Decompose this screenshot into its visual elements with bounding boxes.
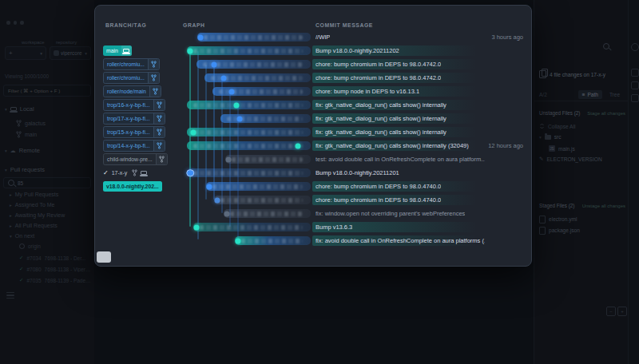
graph-cell <box>175 152 312 166</box>
graph-bar <box>220 114 311 123</box>
graph-cell <box>175 125 312 139</box>
graph-cell <box>175 166 312 180</box>
commit-message[interactable]: chore: bump chromium in DEPS to 98.0.474… <box>316 196 441 204</box>
graph-bar <box>224 209 311 218</box>
commit-row[interactable]: fix: avoid double call in OnRefreshCompl… <box>95 234 531 247</box>
commit-dot[interactable] <box>207 184 212 189</box>
commit-dot[interactable] <box>234 102 240 108</box>
commit-message[interactable]: //WIP <box>316 34 330 41</box>
commit-message[interactable]: Bump v18.0.0-nightly.20211202 <box>316 47 399 54</box>
graph-bar <box>187 46 311 55</box>
graph-bar <box>235 236 311 245</box>
commit-message[interactable]: test: avoid double call in OnRefreshComp… <box>316 156 485 163</box>
graph-cell <box>175 30 312 44</box>
graph-bar <box>187 141 311 150</box>
branch-icon <box>132 169 137 176</box>
graph-bar <box>187 101 311 109</box>
branch-pill[interactable]: trop/14-x-y-bp-fi... <box>103 140 165 152</box>
commit-row[interactable]: chore: bump chromium in DEPS to 98.0.474… <box>95 193 531 207</box>
commit-message[interactable]: fix: gtk_native_dialog_run() calls show(… <box>316 142 469 149</box>
commit-time: 12 hours ago <box>488 142 523 149</box>
laptop-icon <box>123 49 129 53</box>
graph-bar <box>206 182 311 191</box>
graph-bar <box>187 168 311 177</box>
commit-message[interactable]: Bump v18.0.0-nightly.20211201 <box>316 169 399 176</box>
branch-pill[interactable]: roller/chromiu... <box>103 58 160 70</box>
commit-message[interactable]: chore: bump chromium in DEPS to 98.0.474… <box>316 61 441 68</box>
commit-message[interactable]: chore: bump chromium in DEPS to 98.0.474… <box>316 74 441 81</box>
commit-row[interactable]: ✓ 17-x-y Bump v18.0.0-nightly.20211201 <box>95 166 531 180</box>
commit-rows: //WIP 3 hours ago main Bump v18.0.0-nigh… <box>95 30 531 247</box>
branch-icon <box>159 156 165 163</box>
tag-pill[interactable]: v18.0.0-nightly.202... <box>103 181 162 192</box>
commit-dot[interactable] <box>194 224 200 230</box>
column-graph: GRAPH <box>183 22 205 28</box>
user-avatar-card <box>97 251 111 263</box>
check-icon: ✓ <box>103 169 109 176</box>
branch-pill[interactable]: trop/15-x-y-bp-fi... <box>103 126 165 138</box>
laptop-icon <box>141 171 147 176</box>
commit-message[interactable]: fix: gtk_native_dialog_run() calls show(… <box>316 115 447 122</box>
checked-out-branch[interactable]: 17-x-y <box>112 170 127 176</box>
column-branch-tag: BRANCH/TAG <box>105 22 146 28</box>
commit-row[interactable]: child-window-pre... test: avoid double c… <box>95 152 531 166</box>
commit-dot[interactable] <box>212 61 217 67</box>
commit-dot[interactable] <box>188 48 193 53</box>
graph-cell <box>175 98 312 112</box>
branch-pill[interactable]: trop/16-x-y-bp-fi... <box>103 99 165 111</box>
commit-dot[interactable] <box>229 89 235 94</box>
branch-pill[interactable]: trop/17-x-y-bp-fi... <box>103 113 165 125</box>
commit-row[interactable]: roller/chromiu... chore: bump chromium i… <box>95 57 531 71</box>
graph-cell <box>175 193 312 207</box>
commit-row[interactable]: fix: window.open not overriding parent's… <box>95 207 531 220</box>
branch-icon <box>151 61 157 68</box>
commit-row[interactable]: main Bump v18.0.0-nightly.20211202 <box>95 44 531 57</box>
graph-bar <box>197 33 311 42</box>
commit-row[interactable]: roller/node/main chore: bump node in DEP… <box>95 85 531 98</box>
commit-message[interactable]: chore: bump node in DEPS to v16.13.1 <box>316 88 419 95</box>
commit-dot[interactable] <box>221 75 227 81</box>
commit-row[interactable]: trop/14-x-y-bp-fi... fix: gtk_native_dia… <box>95 139 531 152</box>
graph-cell <box>175 180 312 193</box>
commit-message[interactable]: Bump v13.6.3 <box>316 224 352 231</box>
graph-bar <box>193 223 311 231</box>
branch-pill[interactable]: child-window-pre... <box>103 153 168 165</box>
commit-dot[interactable] <box>237 116 243 121</box>
graph-cell <box>175 85 312 98</box>
graph-cell <box>175 71 312 85</box>
commit-row[interactable]: roller/chromiu... chore: bump chromium i… <box>95 71 531 85</box>
graph-cell <box>175 57 312 71</box>
graph-bar <box>225 155 311 164</box>
commit-time: 3 hours ago <box>491 34 523 41</box>
branch-pill[interactable]: roller/chromiu... <box>103 72 160 84</box>
branch-icon <box>157 142 162 149</box>
branch-icon <box>157 115 162 122</box>
graph-bar <box>214 196 311 204</box>
branch-pill-main[interactable]: main <box>103 46 132 56</box>
graph-cell <box>175 207 312 220</box>
graph-cell <box>175 139 312 152</box>
commit-row[interactable]: trop/17-x-y-bp-fi... fix: gtk_native_dia… <box>95 112 531 125</box>
commit-dot[interactable] <box>198 34 204 40</box>
commit-message[interactable]: fix: gtk_native_dialog_run() calls show(… <box>316 129 447 136</box>
commit-dot[interactable] <box>296 143 301 148</box>
commit-row[interactable]: trop/16-x-y-bp-fi... fix: gtk_native_dia… <box>95 98 531 112</box>
graph-cell <box>175 44 312 57</box>
commit-message[interactable]: fix: avoid double call in OnRefreshCompl… <box>316 237 485 244</box>
branch-icon <box>151 74 157 81</box>
branch-icon <box>157 101 162 109</box>
commit-dot[interactable] <box>236 238 241 243</box>
commit-row[interactable]: trop/15-x-y-bp-fi... fix: gtk_native_dia… <box>95 125 531 139</box>
commit-dot[interactable] <box>186 169 194 177</box>
commit-dot[interactable] <box>191 129 196 135</box>
commit-row[interactable]: //WIP 3 hours ago <box>95 30 531 44</box>
graph-bar <box>187 128 311 136</box>
commit-row[interactable]: v18.0.0-nightly.202... chore: bump chrom… <box>95 180 531 193</box>
commit-message[interactable]: fix: gtk_native_dialog_run() calls show(… <box>316 101 447 109</box>
commit-row[interactable]: Bump v13.6.3 <box>95 220 531 234</box>
branch-pill[interactable]: roller/node/main <box>103 85 161 97</box>
branch-icon <box>153 88 158 95</box>
column-commit-message: COMMIT MESSAGE <box>316 22 373 28</box>
commit-message[interactable]: chore: bump chromium in DEPS to 98.0.474… <box>316 183 441 190</box>
commit-message[interactable]: fix: window.open not overriding parent's… <box>316 210 465 217</box>
